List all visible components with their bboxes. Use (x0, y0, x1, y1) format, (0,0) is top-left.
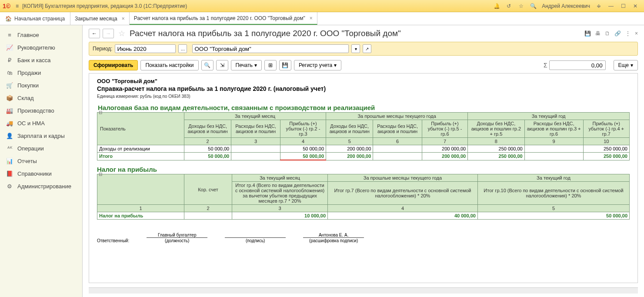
favorite-icon[interactable]: ☆ (118, 29, 125, 38)
main-menu-icon[interactable]: ≡ (16, 3, 19, 9)
tab-close-icon[interactable]: × (122, 16, 125, 22)
ruble-icon: ₽ (6, 57, 13, 63)
history-icon[interactable]: ↺ (504, 1, 514, 11)
sidebar-item-main[interactable]: ≡Главное (0, 29, 82, 41)
person-icon: 👤 (6, 133, 13, 139)
col-current-month: За текущий месяц (232, 174, 328, 182)
unit-label: Единица измерения: (97, 94, 139, 99)
settings-icon[interactable]: ≑ (594, 1, 604, 11)
sidebar-item-purchases[interactable]: 🛒Покупки (0, 79, 82, 92)
minimize-icon[interactable]: — (606, 1, 616, 11)
tab-label: Расчет налога на прибыль за 1 полугодие … (134, 15, 305, 21)
sidebar-item-production[interactable]: 🏭Производство (0, 104, 82, 117)
table-button[interactable]: ⊞ (264, 60, 277, 70)
print-button[interactable]: Печать ▾ (231, 60, 262, 70)
col-current-month: За текущий месяц (184, 113, 326, 120)
sidebar-item-operations[interactable]: ᴬᴷОперации (0, 142, 82, 155)
operations-icon: ᴬᴷ (6, 145, 13, 152)
row-label: Налог на прибыль (97, 212, 184, 220)
col-num: 3 (232, 205, 328, 212)
sidebar-item-catalogs[interactable]: 📕Справочники (0, 167, 82, 180)
cell (184, 212, 232, 220)
tab-closing-month[interactable]: Закрытие месяца × (70, 12, 130, 25)
tab-tax-report[interactable]: Расчет налога на прибыль за 1 полугодие … (130, 12, 317, 25)
sig-position: (должность) (147, 237, 207, 243)
close-icon[interactable]: × (635, 30, 638, 37)
more-button[interactable]: Еще ▾ (614, 60, 638, 70)
print-icon[interactable]: 🖶 (595, 30, 601, 37)
back-button[interactable]: ← (89, 29, 100, 38)
register-button[interactable]: Регистр учета ▾ (294, 60, 341, 70)
cell: 250 000,00 (468, 153, 525, 160)
sidebar-item-salary[interactable]: 👤Зарплата и кадры (0, 130, 82, 142)
sidebar-item-manager[interactable]: 📈Руководителю (0, 41, 82, 54)
link-icon[interactable]: 🔗 (614, 30, 621, 37)
truck-icon: 🚚 (6, 120, 13, 127)
generate-button[interactable]: Сформировать (89, 60, 138, 70)
sidebar-item-assets[interactable]: 🚚ОС и НМА (0, 117, 82, 130)
col-num: 4 (280, 138, 326, 145)
save-icon[interactable]: 💾 (584, 30, 591, 37)
disk-button[interactable]: 💾 (279, 60, 291, 70)
period-input[interactable] (115, 44, 176, 53)
section-toggle-icon[interactable]: ⊟ (99, 110, 102, 115)
sidebar-item-warehouse[interactable]: 📦Склад (0, 92, 82, 104)
col-header: Расходы без НДС, акцизов и пошлин гр.3 +… (524, 120, 583, 138)
register-label: Регистр учета (299, 62, 332, 68)
expand-button[interactable]: ⇲ (216, 60, 228, 70)
sidebar: ≡Главное 📈Руководителю ₽Банк и касса 🛍Пр… (0, 25, 83, 297)
table-row[interactable]: Налог на прибыль 10 000,00 40 000,00 50 … (97, 212, 630, 220)
search-icon[interactable]: 🔍 (528, 1, 538, 11)
more-icon[interactable]: ⋮ (625, 30, 631, 37)
sigma-input[interactable] (549, 60, 606, 70)
user-name[interactable]: Андрей Алексеевич (542, 3, 590, 9)
chart-icon: 📈 (6, 44, 13, 51)
maximize-icon[interactable]: ☐ (618, 1, 628, 11)
preview-icon[interactable]: 🗋 (605, 30, 610, 37)
cell (524, 145, 583, 153)
sidebar-item-admin[interactable]: ⚙Администрирование (0, 180, 82, 193)
sidebar-item-reports[interactable]: 📊Отчеты (0, 155, 82, 167)
cell: 200 000,00 (422, 153, 467, 160)
org-input[interactable] (192, 44, 349, 53)
find-button[interactable]: 🔍 (201, 60, 214, 70)
table-row[interactable]: Доходы от реализации 50 000,00 50 000,00… (97, 145, 630, 153)
sidebar-item-label: Продажи (17, 70, 41, 76)
close-icon[interactable]: ✕ (630, 1, 641, 11)
sigma-icon: Σ (544, 62, 547, 69)
sidebar-item-label: Главное (17, 32, 39, 38)
sidebar-item-sales[interactable]: 🛍Продажи (0, 67, 82, 79)
tab-label: Закрытие месяца (75, 16, 117, 22)
sidebar-item-label: Покупки (17, 82, 39, 89)
col-prev-months: За прошлые месяцы текущего года (326, 113, 468, 120)
col-header: Итог гр.4 (Всего по видам деятельности с… (232, 182, 328, 205)
cell: 50 000,00 (477, 212, 629, 220)
col-header: Прибыль (+) убыток (-) гр.5 - гр.6 (422, 120, 467, 138)
home-tab[interactable]: 🏠 Начальная страница (0, 12, 70, 25)
report-title: Справка-расчет налога на прибыль за 1 по… (97, 85, 630, 92)
sig-name: Антонова Е. А. (303, 233, 364, 237)
cell: 50 000,00 (184, 145, 231, 153)
forward-button[interactable]: → (103, 29, 114, 38)
col-prev-months: За прошлые месяцы текущего года (328, 174, 478, 182)
tab-close-icon[interactable]: × (310, 15, 313, 21)
show-settings-button[interactable]: Показать настройки (140, 60, 198, 70)
col-num: 3 (231, 138, 280, 145)
bell-icon[interactable]: 🔔 (491, 1, 502, 11)
period-ellipsis-button[interactable]: … (178, 44, 187, 53)
horizontal-scrollbar[interactable] (89, 287, 638, 294)
col-num: 4 (328, 205, 478, 212)
star-icon[interactable]: ☆ (516, 1, 526, 11)
org-open-button[interactable]: ↗ (363, 44, 371, 53)
chevron-down-icon: ▾ (254, 62, 257, 68)
report-org: ООО "Торговый дом" (97, 78, 630, 84)
unit-value: рубль (код по ОКЕИ 383) (140, 94, 190, 99)
org-dropdown-button[interactable]: ▾ (351, 44, 360, 53)
row-label: Доходы от реализации (97, 145, 184, 153)
cell (524, 153, 583, 160)
sidebar-item-bank[interactable]: ₽Банк и касса (0, 54, 82, 67)
col-header: Доходы без НДС, акцизов и пошлин гр.2 + … (468, 120, 525, 138)
section-toggle-icon[interactable]: ⊟ (99, 172, 102, 177)
sidebar-item-label: Справочники (17, 170, 52, 177)
table-total-row[interactable]: Итого 50 000,00 50 000,00 200 000,00 200… (97, 153, 630, 160)
